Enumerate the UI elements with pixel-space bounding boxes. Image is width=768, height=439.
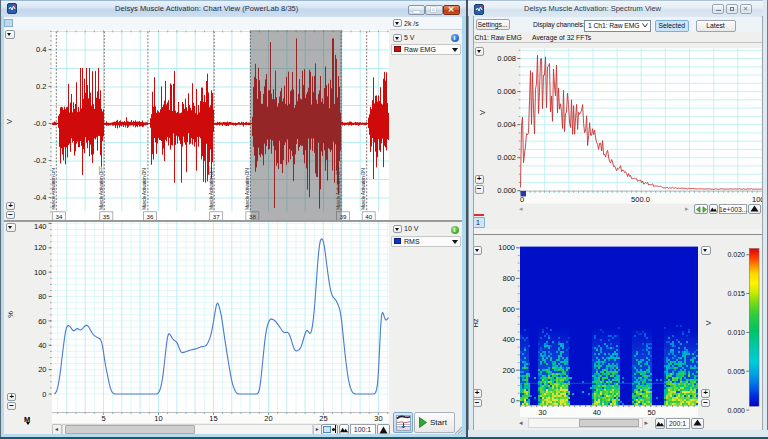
svg-text:80: 80: [38, 292, 46, 301]
svg-text:20: 20: [264, 414, 272, 423]
svg-text:-0.4: -0.4: [34, 193, 47, 202]
svg-text:Muscle Activation ON: Muscle Activation ON: [360, 167, 366, 209]
svg-text:0.000: 0.000: [727, 406, 745, 413]
svg-text:0.005: 0.005: [727, 368, 745, 375]
svg-text:40: 40: [365, 212, 372, 219]
svg-text:15: 15: [209, 414, 217, 423]
svg-text:Muscle Activation OFF: Muscle Activation OFF: [98, 166, 104, 210]
svg-text:60: 60: [38, 316, 46, 325]
svg-text:34: 34: [56, 212, 63, 219]
svg-text:0.2: 0.2: [36, 82, 46, 91]
svg-text:500.0: 500.0: [631, 194, 650, 203]
svg-text:800: 800: [502, 274, 515, 283]
svg-text:1000: 1000: [752, 194, 762, 203]
svg-text:600: 600: [502, 304, 515, 313]
svg-text:1000: 1000: [498, 243, 515, 252]
svg-text:37: 37: [213, 212, 220, 219]
svg-text:0.002: 0.002: [497, 153, 516, 162]
svg-text:Muscle Activation ON: Muscle Activation ON: [244, 167, 250, 209]
svg-text:0: 0: [42, 389, 46, 398]
svg-text:35: 35: [103, 212, 110, 219]
svg-text:50: 50: [647, 408, 655, 417]
svg-text:200: 200: [502, 366, 515, 375]
svg-text:0.010: 0.010: [727, 329, 745, 336]
svg-text:30: 30: [538, 408, 546, 417]
svg-text:0.015: 0.015: [727, 290, 745, 297]
svg-text:V: V: [704, 320, 713, 325]
svg-text:Muscle Activation ON: Muscle Activation ON: [141, 167, 147, 209]
svg-text:0.020: 0.020: [727, 251, 745, 258]
svg-text:400: 400: [502, 335, 515, 344]
svg-text:0.004: 0.004: [497, 120, 516, 129]
svg-text:0: 0: [511, 396, 515, 405]
svg-text:40: 40: [38, 340, 46, 349]
svg-text:-0.2: -0.2: [34, 156, 47, 165]
svg-text:40: 40: [593, 408, 601, 417]
svg-text:0.4: 0.4: [36, 45, 46, 54]
svg-text:25: 25: [319, 414, 327, 423]
svg-text:-0.0: -0.0: [34, 119, 47, 128]
svg-text:5: 5: [101, 414, 105, 423]
svg-text:10: 10: [154, 414, 162, 423]
svg-text:0.000: 0.000: [497, 186, 516, 195]
svg-text:100: 100: [34, 267, 47, 276]
svg-text:30: 30: [374, 414, 382, 423]
svg-text:Muscle Activation OFF: Muscle Activation OFF: [208, 166, 214, 210]
svg-text:0.008: 0.008: [497, 54, 516, 63]
svg-text:140: 140: [34, 222, 47, 231]
svg-text:36: 36: [146, 212, 153, 219]
svg-text:120: 120: [34, 243, 47, 252]
svg-text:Muscle Activation ON: Muscle Activation ON: [52, 167, 56, 209]
svg-text:0.006: 0.006: [497, 87, 516, 96]
svg-text:20: 20: [38, 365, 46, 374]
